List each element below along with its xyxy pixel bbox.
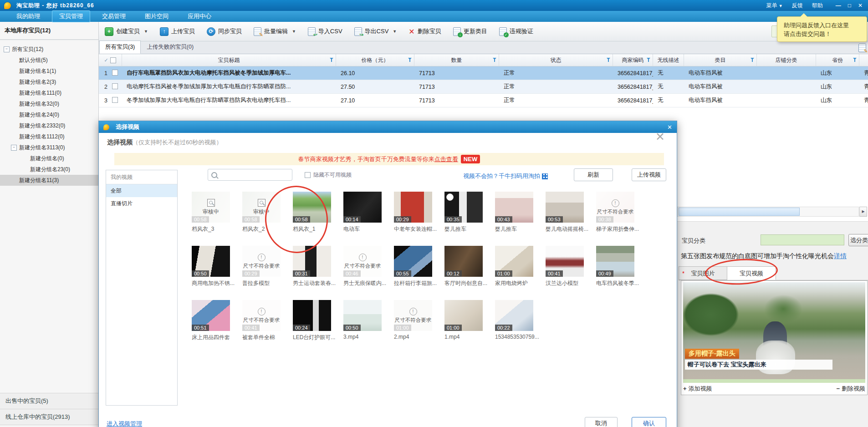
video-thumbnail[interactable]: 00:43 bbox=[495, 192, 533, 223]
video-card[interactable]: 00:35婴儿推车 bbox=[444, 192, 483, 233]
video-card[interactable]: 00:51床上用品四件套 bbox=[192, 300, 230, 341]
toolbar-button[interactable]: ✕删除宝贝 bbox=[408, 27, 441, 36]
sidebar-section-button[interactable]: 线上仓库中的宝贝(2913) bbox=[0, 409, 98, 425]
video-thumbnail[interactable]: 00:31 bbox=[293, 246, 331, 277]
video-card[interactable]: 00:29中老年女装连帽... bbox=[394, 192, 432, 233]
sidebar-section-button[interactable]: 出售中的宝贝(5) bbox=[0, 393, 98, 409]
nav-tab[interactable]: 我的助理 bbox=[9, 10, 47, 22]
tree-item[interactable]: 新建分组名24(0) bbox=[0, 109, 98, 120]
video-card[interactable]: 00:41汉兰达小模型 bbox=[546, 246, 584, 287]
video-card[interactable]: 00:50商用电加热不锈... bbox=[192, 246, 230, 287]
help-button[interactable]: 帮助 bbox=[812, 2, 823, 10]
feedback-button[interactable]: 反馈 bbox=[792, 2, 803, 10]
refresh-button[interactable]: 刷新 bbox=[574, 168, 613, 181]
video-thumbnail[interactable]: 00:22 bbox=[495, 300, 533, 331]
video-card[interactable]: 01:001.mp4 bbox=[444, 300, 483, 341]
add-video-button[interactable]: +添加视频 bbox=[683, 385, 712, 393]
video-thumbnail[interactable]: !尺寸不符合要求01:00 bbox=[394, 300, 432, 331]
video-card[interactable]: 00:53婴儿电动摇摇椅... bbox=[546, 192, 584, 233]
table-settings-icon[interactable]: ✎ bbox=[858, 44, 866, 52]
video-search-input[interactable] bbox=[208, 169, 292, 181]
video-card[interactable]: 00:12客厅时尚创意自... bbox=[444, 246, 483, 287]
close-button[interactable]: ✕ bbox=[858, 2, 863, 9]
tree-item[interactable]: 新建分组名1(1) bbox=[0, 66, 98, 76]
video-thumbnail[interactable]: !尺寸不符合要求00:46 bbox=[343, 246, 382, 277]
taopai-link[interactable]: 视频不会拍？千牛扫码用淘拍 bbox=[463, 172, 540, 180]
video-thumbnail[interactable]: 00:24 bbox=[293, 300, 331, 331]
toolbar-button[interactable]: ↑上传宝贝 bbox=[160, 27, 195, 36]
video-thumbnail[interactable]: !尺寸不符合要求00:38 bbox=[596, 192, 634, 223]
notice-detail-link[interactable]: 详情 bbox=[834, 252, 847, 259]
tree-item[interactable]: −所有宝贝(12) bbox=[0, 44, 98, 55]
scrollbar-thumb[interactable] bbox=[679, 208, 800, 216]
column-header[interactable]: 宝贝标题 bbox=[122, 54, 336, 66]
video-thumbnail[interactable]: 00:53 bbox=[546, 192, 584, 223]
media-tab[interactable]: 宝贝视频 bbox=[727, 266, 776, 280]
video-thumbnail[interactable]: 审核中00:58 bbox=[242, 192, 281, 223]
chevron-down-icon[interactable]: ▼ bbox=[292, 29, 296, 34]
chevron-down-icon[interactable]: ▼ bbox=[393, 29, 397, 34]
video-card[interactable]: 00:43婴儿推车 bbox=[495, 192, 533, 233]
select-all-checkbox[interactable] bbox=[110, 57, 116, 63]
promo-link[interactable]: 点击查看 bbox=[434, 155, 458, 163]
video-thumbnail[interactable]: 00:41 bbox=[546, 246, 584, 277]
nav-tab[interactable]: 应用中心 bbox=[180, 10, 219, 22]
media-tab[interactable]: *宝贝图片 bbox=[679, 266, 727, 280]
minimize-button[interactable]: — bbox=[836, 2, 841, 9]
qr-code-icon[interactable] bbox=[542, 173, 548, 179]
dialog-body-close-icon[interactable]: ✕ bbox=[655, 131, 665, 142]
list-tab[interactable]: 上传失败的宝贝(0) bbox=[141, 41, 199, 54]
video-thumbnail[interactable]: 00:35 bbox=[444, 192, 483, 223]
video-card[interactable]: !尺寸不符合要求01:002.mp4 bbox=[394, 300, 432, 341]
video-thumbnail[interactable]: 01:00 bbox=[444, 300, 483, 331]
filter-icon[interactable] bbox=[493, 58, 497, 62]
video-thumbnail[interactable]: !尺寸不符合要求00:41 bbox=[242, 300, 281, 331]
video-card[interactable]: 00:58档风衣_1 bbox=[293, 192, 331, 233]
toolbar-button[interactable]: ↓更新类目 bbox=[453, 27, 487, 36]
tree-item[interactable]: −新建分组名3113(0) bbox=[0, 142, 98, 153]
toolbar-button[interactable]: ⟳同步宝贝 bbox=[207, 27, 242, 36]
table-row[interactable]: 2电动摩托车挡风被冬季加绒加厚加大电车电瓶自行车防晒罩挡防...27.50717… bbox=[98, 80, 868, 94]
video-card[interactable]: 00:14电动车 bbox=[343, 192, 382, 233]
tree-item[interactable]: 新建分组名23(0) bbox=[0, 164, 98, 175]
nav-tab[interactable]: 交易管理 bbox=[95, 10, 133, 22]
filter-icon[interactable] bbox=[853, 58, 858, 62]
column-header[interactable]: 状态 bbox=[499, 54, 613, 66]
nav-tab[interactable]: 图片空间 bbox=[138, 10, 176, 22]
toolbar-button[interactable]: ✎批量编辑▼ bbox=[254, 27, 296, 36]
video-card[interactable]: 00:49电车挡风被冬季... bbox=[596, 246, 634, 287]
list-tab[interactable]: 所有宝贝(3) bbox=[99, 41, 141, 54]
select-category-button[interactable]: 选分类 bbox=[848, 234, 868, 246]
video-card[interactable]: 审核中00:58档风衣_3 bbox=[192, 192, 230, 233]
hide-unusable-checkbox[interactable] bbox=[305, 172, 311, 178]
video-thumbnail[interactable]: 00:29 bbox=[394, 192, 432, 223]
column-header[interactable]: 价格（元） bbox=[336, 54, 414, 66]
column-header[interactable]: 数量 bbox=[414, 54, 499, 66]
video-card[interactable]: 00:503.mp4 bbox=[343, 300, 382, 341]
video-thumbnail[interactable]: 00:50 bbox=[343, 300, 382, 331]
video-thumbnail[interactable]: 00:58 bbox=[293, 192, 331, 223]
video-thumbnail[interactable]: 审核中00:58 bbox=[192, 192, 230, 223]
video-thumbnail[interactable]: 00:49 bbox=[596, 246, 634, 277]
video-thumbnail[interactable]: 00:12 bbox=[444, 246, 483, 277]
video-thumbnail[interactable]: 00:55 bbox=[394, 246, 432, 277]
toolbar-button[interactable]: +创建宝贝▼ bbox=[105, 27, 148, 36]
column-header[interactable]: 商家编码 bbox=[613, 54, 653, 66]
remove-video-button[interactable]: −删除视频 bbox=[836, 385, 865, 393]
filter-icon[interactable] bbox=[607, 58, 611, 62]
row-checkbox[interactable] bbox=[112, 83, 118, 89]
video-card[interactable]: !尺寸不符合要求00:29普拉多模型 bbox=[242, 246, 281, 287]
video-thumbnail[interactable]: 00:51 bbox=[192, 300, 230, 331]
toolbar-button[interactable]: ↩导入CSV bbox=[308, 27, 342, 36]
toolbar-button[interactable]: ↪导出CSV▼ bbox=[354, 27, 397, 36]
tree-item[interactable]: 新建分组名11(3) bbox=[0, 175, 98, 186]
video-card[interactable]: 审核中00:58档风衣_2 bbox=[242, 192, 281, 233]
filter-icon[interactable] bbox=[330, 58, 334, 62]
video-manage-link[interactable]: 进入视频管理 bbox=[107, 420, 142, 427]
filter-icon[interactable] bbox=[751, 58, 755, 62]
video-card[interactable]: 00:31男士运动套装春... bbox=[293, 246, 331, 287]
video-card[interactable]: 00:221534853530759... bbox=[495, 300, 533, 341]
nav-tab[interactable]: 宝贝管理 bbox=[52, 10, 90, 22]
category-input[interactable] bbox=[761, 234, 844, 245]
menu-button[interactable]: 菜单▼ bbox=[766, 2, 783, 10]
